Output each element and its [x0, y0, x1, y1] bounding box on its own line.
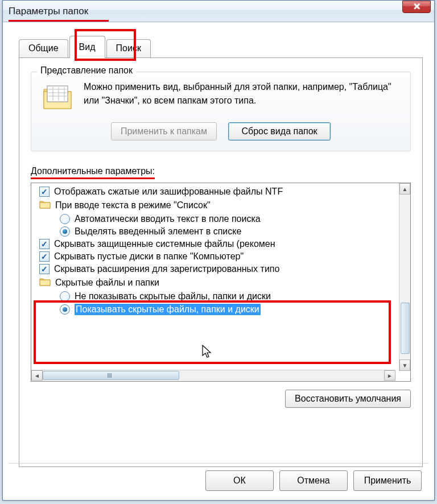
folder-view-description: Можно применить вид, выбранный для этой … — [84, 80, 401, 108]
svg-rect-0 — [47, 86, 68, 102]
window-title: Параметры папок — [9, 6, 88, 17]
separator — [9, 463, 428, 464]
cursor-icon — [202, 345, 213, 361]
titlebar[interactable]: Параметры папок ✕ — [3, 1, 434, 22]
tree-item-label: Скрывать пустые диски в папке "Компьютер… — [54, 251, 244, 262]
scroll-left-arrow[interactable]: ◄ — [31, 370, 43, 381]
tree-item[interactable]: Показывать скрытые файлы, папки и диски — [35, 303, 392, 316]
radio-icon[interactable] — [60, 291, 70, 301]
tabstrip: Общие Вид Поиск — [19, 30, 423, 57]
radio-icon[interactable] — [60, 226, 70, 237]
tree-item[interactable]: Скрывать защищенные системные файлы (рек… — [35, 238, 392, 250]
tree-item-label: При вводе текста в режиме "Список" — [55, 200, 211, 210]
tree-item-label: Скрывать защищенные системные файлы (рек… — [54, 239, 275, 249]
hscroll-thumb[interactable] — [43, 371, 179, 380]
scroll-down-arrow[interactable]: ▼ — [399, 360, 410, 371]
horizontal-scrollbar[interactable]: ◄ ► — [31, 370, 395, 381]
checkbox-icon[interactable] — [39, 239, 50, 249]
folder-view-icon — [40, 80, 75, 114]
vscroll-thumb[interactable] — [401, 303, 410, 354]
folder-view-group: Представление папок Можно применить вид,… — [31, 72, 411, 151]
tree-item[interactable]: Не показывать скрытые файлы, папки и дис… — [35, 290, 392, 303]
advanced-settings-label: Дополнительные параметры: — [31, 166, 155, 179]
tree-item[interactable]: Выделять введенный элемент в списке — [35, 225, 392, 238]
checkbox-icon[interactable] — [39, 187, 50, 197]
dialog-content: Общие Вид Поиск Представление папок — [3, 22, 434, 473]
folder-icon — [39, 199, 51, 212]
tree-item[interactable]: Скрывать расширения для зарегистрированн… — [35, 263, 392, 275]
tree-item-label: Не показывать скрытые файлы, папки и дис… — [75, 291, 271, 301]
tree-item[interactable]: Скрывать пустые диски в папке "Компьютер… — [35, 250, 392, 263]
tree-item-label: Отображать сжатые или зашифрованные файл… — [54, 187, 283, 197]
close-icon: ✕ — [413, 1, 420, 12]
checkbox-icon[interactable] — [39, 251, 50, 262]
tree-item-label: Показывать скрытые файлы, папки и диски — [75, 304, 261, 315]
close-button[interactable]: ✕ — [402, 1, 431, 13]
radio-icon[interactable] — [60, 304, 70, 315]
scroll-up-arrow[interactable]: ▲ — [399, 183, 410, 195]
folder-options-dialog: Параметры папок ✕ Общие Вид Поиск Предст… — [2, 0, 435, 501]
tab-panel-view: Представление папок Можно применить вид,… — [19, 57, 423, 467]
tree-item[interactable]: Отображать сжатые или зашифрованные файл… — [35, 185, 392, 198]
tree-item-label: Автоматически вводить текст в поле поиск… — [75, 214, 261, 224]
restore-defaults-button[interactable]: Восстановить умолчания — [285, 390, 411, 408]
cancel-button[interactable]: Отмена — [279, 470, 348, 491]
tree-item[interactable]: При вводе текста в режиме "Список" — [35, 198, 392, 213]
apply-to-folders-button: Применить к папкам — [111, 122, 217, 141]
reset-folder-view-button[interactable]: Сброс вида папок — [228, 122, 331, 141]
tree-item-label: Скрытые файлы и папки — [55, 278, 159, 288]
tree-item-label: Выделять введенный элемент в списке — [75, 226, 241, 237]
annotation-underline — [9, 20, 109, 22]
tree-item-label: Скрывать расширения для зарегистрированн… — [54, 264, 279, 274]
tab-view[interactable]: Вид — [69, 36, 105, 58]
dialog-button-row: ОК Отмена Применить — [205, 470, 422, 491]
tab-general[interactable]: Общие — [19, 39, 68, 58]
vertical-scrollbar[interactable]: ▲ ▼ — [399, 183, 410, 371]
tree-item[interactable]: Скрытые файлы и папки — [35, 275, 392, 290]
ok-button[interactable]: ОК — [205, 470, 274, 491]
apply-button[interactable]: Применить — [353, 470, 422, 491]
tab-search[interactable]: Поиск — [106, 39, 151, 58]
checkbox-icon[interactable] — [39, 264, 50, 274]
radio-icon[interactable] — [60, 214, 70, 224]
folder-icon — [39, 276, 51, 289]
advanced-settings-tree[interactable]: Отображать сжатые или зашифрованные файл… — [31, 183, 411, 382]
tree-item[interactable]: Автоматически вводить текст в поле поиск… — [35, 213, 392, 225]
group-legend: Представление папок — [37, 65, 136, 76]
scroll-right-arrow[interactable]: ► — [384, 370, 395, 381]
